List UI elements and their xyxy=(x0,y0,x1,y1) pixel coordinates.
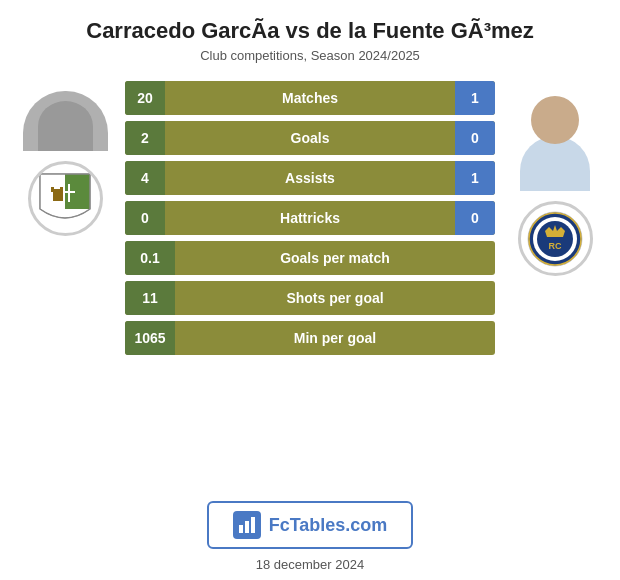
page-container: Carracedo GarcÃa vs de la Fuente GÃ³mez … xyxy=(0,0,620,580)
fctables-badge: FcTables.com xyxy=(207,501,414,549)
stat-row-hattricks: 0 Hattricks 0 xyxy=(125,201,495,235)
matches-left-value: 20 xyxy=(125,81,165,115)
stat-row-shots-per-goal: 11 Shots per goal xyxy=(125,281,495,315)
goals-per-match-label: Goals per match xyxy=(175,250,495,266)
stat-row-assists: 4 Assists 1 xyxy=(125,161,495,195)
goals-label: Goals xyxy=(165,130,455,146)
player-body xyxy=(520,136,590,191)
hattricks-right-value: 0 xyxy=(455,201,495,235)
goals-per-match-value: 0.1 xyxy=(125,241,175,275)
svg-rect-13 xyxy=(239,525,243,533)
fctables-icon xyxy=(233,511,261,539)
shots-per-goal-value: 11 xyxy=(125,281,175,315)
svg-rect-3 xyxy=(51,187,54,192)
main-comparison: 20 Matches 1 2 Goals 0 4 Assists 1 0 Hat… xyxy=(0,71,620,491)
oviedo-badge: RC xyxy=(518,201,593,276)
stat-row-goals-per-match: 0.1 Goals per match xyxy=(125,241,495,275)
svg-rect-4 xyxy=(60,187,63,192)
left-player-silhouette xyxy=(23,91,108,151)
fc-part: Fc xyxy=(269,515,290,535)
right-player-photo xyxy=(513,91,598,191)
date-label: 18 december 2024 xyxy=(256,557,364,572)
goals-right-value: 0 xyxy=(455,121,495,155)
footer: FcTables.com 18 december 2024 xyxy=(0,491,620,580)
stat-row-matches: 20 Matches 1 xyxy=(125,81,495,115)
goals-left-value: 2 xyxy=(125,121,165,155)
left-player-section xyxy=(10,81,120,236)
svg-rect-15 xyxy=(251,517,255,533)
assists-label: Assists xyxy=(165,170,455,186)
cordoba-badge xyxy=(28,161,103,236)
hattricks-left-value: 0 xyxy=(125,201,165,235)
page-subtitle: Club competitions, Season 2024/2025 xyxy=(20,48,600,63)
assists-right-value: 1 xyxy=(455,161,495,195)
svg-rect-14 xyxy=(245,521,249,533)
fctables-text: FcTables.com xyxy=(269,515,388,536)
min-per-goal-label: Min per goal xyxy=(175,330,495,346)
tables-part: Tables.com xyxy=(290,515,388,535)
stats-section: 20 Matches 1 2 Goals 0 4 Assists 1 0 Hat… xyxy=(120,81,500,355)
matches-right-value: 1 xyxy=(455,81,495,115)
assists-left-value: 4 xyxy=(125,161,165,195)
right-player-section: RC xyxy=(500,81,610,276)
hattricks-label: Hattricks xyxy=(165,210,455,226)
shots-per-goal-label: Shots per goal xyxy=(175,290,495,306)
header: Carracedo GarcÃa vs de la Fuente GÃ³mez … xyxy=(0,0,620,71)
min-per-goal-value: 1065 xyxy=(125,321,175,355)
player-head xyxy=(531,96,579,144)
svg-text:RC: RC xyxy=(549,241,562,251)
stat-row-min-per-goal: 1065 Min per goal xyxy=(125,321,495,355)
svg-rect-6 xyxy=(63,191,75,193)
stat-row-goals: 2 Goals 0 xyxy=(125,121,495,155)
page-title: Carracedo GarcÃa vs de la Fuente GÃ³mez xyxy=(20,18,600,44)
matches-label: Matches xyxy=(165,90,455,106)
